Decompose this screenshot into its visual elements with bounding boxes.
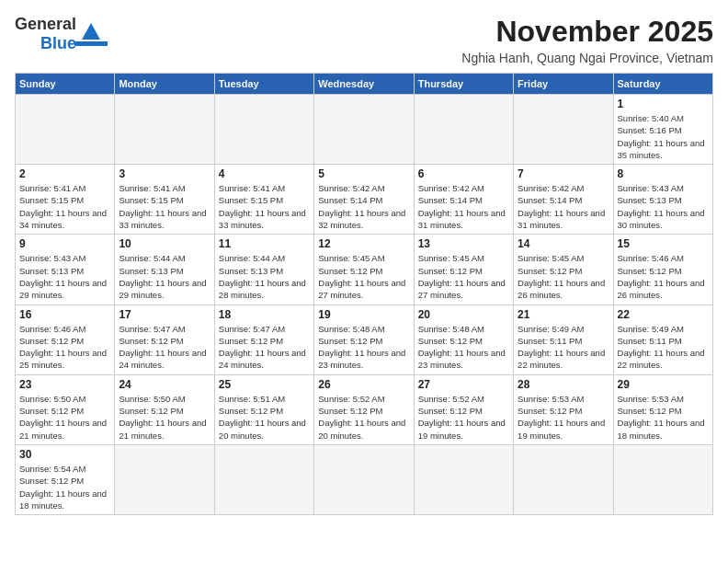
month-title: November 2025 [461, 15, 713, 49]
weekday-header: Sunday [16, 74, 115, 95]
day-number: 26 [318, 378, 409, 391]
weekday-header: Thursday [414, 74, 513, 95]
day-number: 24 [119, 378, 210, 391]
calendar-day-cell [115, 444, 214, 514]
calendar-day-cell: 18Sunrise: 5:47 AMSunset: 5:12 PMDayligh… [214, 304, 313, 374]
title-block: November 2025 Nghia Hanh, Quang Ngai Pro… [461, 15, 713, 65]
calendar-day-cell: 28Sunrise: 5:53 AMSunset: 5:12 PMDayligh… [514, 374, 613, 444]
day-info: Sunrise: 5:48 AMSunset: 5:12 PMDaylight:… [418, 323, 509, 372]
calendar-week-row: 9Sunrise: 5:43 AMSunset: 5:13 PMDaylight… [16, 235, 713, 304]
calendar-day-cell: 25Sunrise: 5:51 AMSunset: 5:12 PMDayligh… [214, 374, 313, 444]
calendar-week-row: 30Sunrise: 5:54 AMSunset: 5:12 PMDayligh… [16, 444, 713, 514]
calendar-day-cell: 4Sunrise: 5:41 AMSunset: 5:15 PMDaylight… [214, 165, 313, 235]
day-number: 6 [418, 167, 509, 180]
day-info: Sunrise: 5:50 AMSunset: 5:12 PMDaylight:… [19, 393, 110, 442]
day-number: 2 [19, 167, 110, 180]
day-info: Sunrise: 5:53 AMSunset: 5:12 PMDaylight:… [518, 393, 609, 442]
calendar-day-cell [414, 444, 513, 514]
day-info: Sunrise: 5:45 AMSunset: 5:12 PMDaylight:… [418, 252, 509, 301]
logo-blue: Blue [40, 34, 76, 53]
calendar-day-cell: 9Sunrise: 5:43 AMSunset: 5:13 PMDaylight… [16, 235, 115, 304]
calendar-day-cell [613, 444, 712, 514]
day-number: 5 [318, 167, 409, 180]
day-info: Sunrise: 5:41 AMSunset: 5:15 PMDaylight:… [219, 182, 310, 231]
logo-general: General [15, 15, 76, 34]
day-info: Sunrise: 5:46 AMSunset: 5:12 PMDaylight:… [618, 252, 709, 301]
calendar-week-row: 1Sunrise: 5:40 AMSunset: 5:16 PMDaylight… [16, 95, 713, 165]
day-info: Sunrise: 5:45 AMSunset: 5:12 PMDaylight:… [318, 252, 409, 301]
day-number: 25 [219, 378, 310, 391]
day-info: Sunrise: 5:46 AMSunset: 5:12 PMDaylight:… [19, 323, 110, 372]
calendar-day-cell: 19Sunrise: 5:48 AMSunset: 5:12 PMDayligh… [314, 304, 414, 374]
logo: General Blue [15, 15, 108, 53]
day-number: 22 [618, 308, 709, 321]
calendar-day-cell [314, 95, 414, 165]
calendar-day-cell: 15Sunrise: 5:46 AMSunset: 5:12 PMDayligh… [613, 235, 712, 304]
day-number: 20 [418, 308, 509, 321]
day-number: 18 [219, 308, 310, 321]
day-number: 14 [518, 237, 609, 250]
day-info: Sunrise: 5:41 AMSunset: 5:15 PMDaylight:… [119, 182, 210, 231]
calendar-day-cell: 29Sunrise: 5:53 AMSunset: 5:12 PMDayligh… [613, 374, 712, 444]
day-info: Sunrise: 5:41 AMSunset: 5:15 PMDaylight:… [19, 182, 110, 231]
calendar-day-cell [16, 95, 115, 165]
calendar-week-row: 23Sunrise: 5:50 AMSunset: 5:12 PMDayligh… [16, 374, 713, 444]
day-info: Sunrise: 5:47 AMSunset: 5:12 PMDaylight:… [119, 323, 210, 372]
day-info: Sunrise: 5:42 AMSunset: 5:14 PMDaylight:… [318, 182, 409, 231]
calendar-day-cell [115, 95, 214, 165]
calendar-day-cell: 27Sunrise: 5:52 AMSunset: 5:12 PMDayligh… [414, 374, 513, 444]
calendar-day-cell: 3Sunrise: 5:41 AMSunset: 5:15 PMDaylight… [115, 165, 214, 235]
calendar-day-cell: 11Sunrise: 5:44 AMSunset: 5:13 PMDayligh… [214, 235, 313, 304]
day-number: 16 [19, 308, 110, 321]
logo-triangle [82, 23, 100, 40]
calendar-day-cell: 7Sunrise: 5:42 AMSunset: 5:14 PMDaylight… [514, 165, 613, 235]
day-info: Sunrise: 5:44 AMSunset: 5:13 PMDaylight:… [219, 252, 310, 301]
day-info: Sunrise: 5:52 AMSunset: 5:12 PMDaylight:… [418, 393, 509, 442]
calendar-day-cell: 5Sunrise: 5:42 AMSunset: 5:14 PMDaylight… [314, 165, 414, 235]
calendar-week-row: 2Sunrise: 5:41 AMSunset: 5:15 PMDaylight… [16, 165, 713, 235]
calendar-day-cell: 13Sunrise: 5:45 AMSunset: 5:12 PMDayligh… [414, 235, 513, 304]
day-number: 3 [119, 167, 210, 180]
calendar-day-cell: 6Sunrise: 5:42 AMSunset: 5:14 PMDaylight… [414, 165, 513, 235]
day-number: 15 [618, 237, 709, 250]
calendar-day-cell: 23Sunrise: 5:50 AMSunset: 5:12 PMDayligh… [16, 374, 115, 444]
day-info: Sunrise: 5:49 AMSunset: 5:11 PMDaylight:… [618, 323, 709, 372]
location-subtitle: Nghia Hanh, Quang Ngai Province, Vietnam [461, 51, 713, 65]
day-info: Sunrise: 5:40 AMSunset: 5:16 PMDaylight:… [618, 112, 709, 161]
day-number: 11 [219, 237, 310, 250]
day-number: 7 [518, 167, 609, 180]
calendar-header-row: SundayMondayTuesdayWednesdayThursdayFrid… [16, 74, 713, 95]
day-number: 29 [618, 378, 709, 391]
weekday-header: Wednesday [314, 74, 414, 95]
calendar-day-cell: 22Sunrise: 5:49 AMSunset: 5:11 PMDayligh… [613, 304, 712, 374]
day-number: 19 [318, 308, 409, 321]
calendar-day-cell: 8Sunrise: 5:43 AMSunset: 5:13 PMDaylight… [613, 165, 712, 235]
calendar-day-cell: 21Sunrise: 5:49 AMSunset: 5:11 PMDayligh… [514, 304, 613, 374]
calendar-day-cell [414, 95, 513, 165]
day-info: Sunrise: 5:42 AMSunset: 5:14 PMDaylight:… [518, 182, 609, 231]
calendar-day-cell: 26Sunrise: 5:52 AMSunset: 5:12 PMDayligh… [314, 374, 414, 444]
day-info: Sunrise: 5:49 AMSunset: 5:11 PMDaylight:… [518, 323, 609, 372]
page-header: General Blue November 2025 Nghia Hanh, Q… [15, 15, 713, 65]
weekday-header: Monday [115, 74, 214, 95]
calendar-day-cell: 17Sunrise: 5:47 AMSunset: 5:12 PMDayligh… [115, 304, 214, 374]
calendar-day-cell [514, 95, 613, 165]
calendar-day-cell [514, 444, 613, 514]
calendar-day-cell: 1Sunrise: 5:40 AMSunset: 5:16 PMDaylight… [613, 95, 712, 165]
day-number: 10 [119, 237, 210, 250]
day-info: Sunrise: 5:45 AMSunset: 5:12 PMDaylight:… [518, 252, 609, 301]
day-number: 9 [19, 237, 110, 250]
logo-bar [74, 41, 108, 46]
day-info: Sunrise: 5:51 AMSunset: 5:12 PMDaylight:… [219, 393, 310, 442]
day-info: Sunrise: 5:47 AMSunset: 5:12 PMDaylight:… [219, 323, 310, 372]
calendar-day-cell: 2Sunrise: 5:41 AMSunset: 5:15 PMDaylight… [16, 165, 115, 235]
day-info: Sunrise: 5:52 AMSunset: 5:12 PMDaylight:… [318, 393, 409, 442]
day-number: 13 [418, 237, 509, 250]
day-number: 4 [219, 167, 310, 180]
calendar-day-cell: 10Sunrise: 5:44 AMSunset: 5:13 PMDayligh… [115, 235, 214, 304]
day-number: 23 [19, 378, 110, 391]
calendar-day-cell: 14Sunrise: 5:45 AMSunset: 5:12 PMDayligh… [514, 235, 613, 304]
weekday-header: Tuesday [214, 74, 313, 95]
day-number: 12 [318, 237, 409, 250]
weekday-header: Friday [514, 74, 613, 95]
